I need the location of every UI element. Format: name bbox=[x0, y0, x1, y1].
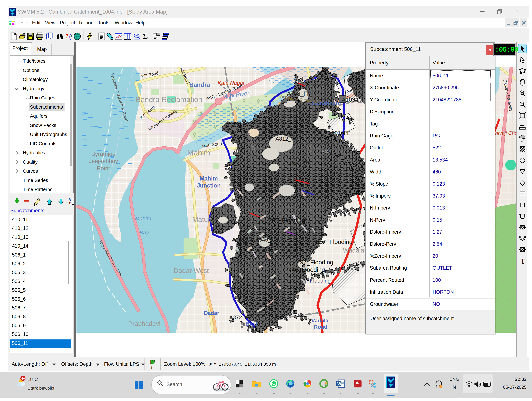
svg-text:Byramjee: Byramjee bbox=[91, 151, 115, 157]
svg-text:Road: Road bbox=[314, 324, 327, 330]
svg-text:687_Flooding: 687_Flooding bbox=[316, 239, 353, 245]
svg-text:Mahim: Mahim bbox=[200, 175, 218, 182]
svg-text:Prabhadevi: Prabhadevi bbox=[128, 320, 160, 327]
svg-text:A: A bbox=[68, 197, 71, 202]
svg-text:Bay: Bay bbox=[139, 229, 149, 235]
svg-text:Dadar West: Dadar West bbox=[174, 267, 209, 274]
svg-text:Mahim: Mahim bbox=[135, 215, 151, 221]
svg-text:Bandra Reclamation: Bandra Reclamation bbox=[136, 95, 202, 104]
svg-text:57 m: 57 m bbox=[303, 145, 312, 149]
svg-text:?: ? bbox=[66, 33, 69, 39]
svg-text:{: { bbox=[69, 33, 71, 40]
svg-text:Jeejeebhoy: Jeejeebhoy bbox=[89, 158, 118, 164]
svg-text:East: East bbox=[317, 148, 330, 155]
svg-text:A601_FP: A601_FP bbox=[328, 130, 351, 136]
svg-text:Dadar: Dadar bbox=[204, 310, 219, 316]
svg-text:A136_FP A546_FP: A136_FP A546_FP bbox=[232, 237, 278, 243]
svg-text:A768_FP: A768_FP bbox=[287, 91, 311, 97]
svg-text:9+: 9+ bbox=[21, 377, 25, 380]
svg-text:W: W bbox=[337, 382, 341, 386]
svg-text:46_Flooding: 46_Flooding bbox=[291, 266, 325, 273]
svg-text:A66_FP: A66_FP bbox=[290, 159, 310, 165]
svg-text:Flooding: Flooding bbox=[310, 278, 331, 284]
svg-text:Bandra: Bandra bbox=[189, 81, 210, 88]
svg-text:Z: Z bbox=[68, 201, 70, 206]
svg-text:A611S_FP: A611S_FP bbox=[276, 130, 302, 136]
svg-text:Matun: Matun bbox=[192, 216, 212, 223]
svg-text:A812_FP: A812_FP bbox=[275, 136, 298, 142]
svg-text:A1034_FP: A1034_FP bbox=[342, 97, 369, 103]
svg-text:Σ: Σ bbox=[142, 32, 148, 40]
svg-text:T: T bbox=[520, 257, 525, 265]
svg-text:Vadala: Vadala bbox=[311, 317, 329, 323]
svg-text:497_Flooding: 497_Flooding bbox=[297, 259, 333, 266]
svg-text:262_Flooding: 262_Flooding bbox=[268, 217, 305, 224]
svg-text:A372_FP: A372_FP bbox=[229, 314, 252, 320]
svg-text:Wadala: Wadala bbox=[343, 247, 364, 254]
svg-text:Mahim: Mahim bbox=[187, 149, 210, 157]
svg-text:East: East bbox=[246, 321, 258, 327]
svg-text:Point: Point bbox=[97, 165, 110, 172]
svg-text:Junction: Junction bbox=[197, 182, 221, 189]
svg-text:nivaji Chowk: nivaji Chowk bbox=[495, 130, 516, 136]
